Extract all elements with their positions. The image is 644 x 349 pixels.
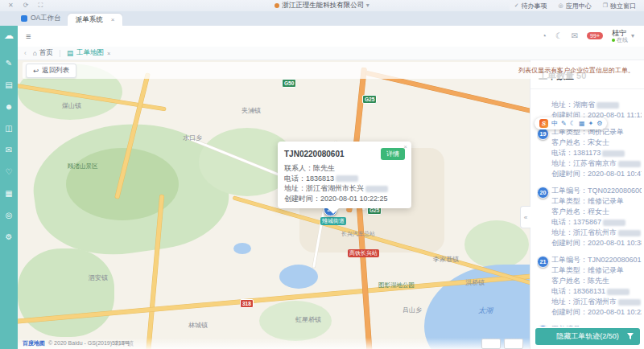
tab-dispatch-system[interactable]: 派单系统 × — [68, 14, 123, 26]
workorder-list-item[interactable]: 19工单类型：询价记录单客户姓名：宋女士电话：1381173地址：江苏省南京市创… — [537, 127, 642, 179]
popup-fields: 联系人：陈先生电话：1836813地址：浙江省湖州市长兴创建时间：2020-08… — [284, 163, 405, 203]
order-field-text: 地址：浙江省杭州市 — [551, 228, 617, 236]
order-field: 工单编号：TJN0220080601 — [551, 255, 642, 265]
workorder-list-item[interactable]: 21工单编号：TJN0220080601工单类型：维修记录单客户姓名：陈先生电话… — [537, 255, 642, 318]
order-field: 工单类型：维修记录单 — [551, 265, 642, 276]
ime-toolbar[interactable]: S 中✎☾▦✦⚙ — [535, 117, 607, 129]
map-canvas[interactable]: 煤山镇夹浦镇水口乡顾渚山景区长兴县李家巷镇洪桥镇吕山乡虹星桥镇林城镇泗安镇和平镇… — [18, 60, 530, 349]
breadcrumb-separator — [60, 50, 60, 57]
park-area — [464, 220, 529, 269]
map-label-town: 水口乡 — [183, 133, 202, 142]
hide-track-button[interactable]: 隐藏工单轨迹(2/50) — [535, 328, 640, 345]
redacted-text — [603, 220, 625, 226]
titlebar-menu-standalone-window[interactable]: ❐独立窗口 — [603, 2, 636, 10]
sidebar-nav: ☁ ✎▤☻◫✉♡▦◎⚙ — [0, 26, 18, 349]
order-field-text: 客户姓名：程女士 — [551, 207, 609, 216]
breadcrumb-tab-close-icon[interactable]: × — [107, 50, 110, 57]
tab-close-icon[interactable]: × — [111, 16, 115, 23]
park-area — [18, 248, 114, 337]
moon-icon[interactable]: ☾ — [555, 31, 563, 40]
return-to-list-button[interactable]: ↩ 返回列表 — [26, 64, 76, 78]
map-tab-icon: ▤ — [67, 49, 73, 57]
map-control-button[interactable] — [481, 339, 501, 349]
org-icon[interactable]: ◫ — [0, 117, 18, 139]
order-marker-pin: 21 — [537, 256, 549, 268]
titlebar-menu-app-center[interactable]: ◎应用中心 — [559, 2, 592, 10]
workorder-panel: 工单数量 50 地址：湖南省创建时间：2020-08-01 11:12:1819… — [530, 60, 644, 349]
workspace-switcher[interactable]: OA工作台 — [21, 14, 61, 23]
message-icon[interactable]: ✉ — [572, 31, 578, 40]
archive-icon[interactable]: ▦ — [0, 183, 18, 204]
order-field: 地址：浙江省杭州市 — [551, 228, 642, 238]
filter-funnel-icon — [626, 332, 634, 340]
edit-icon[interactable]: ✎ — [0, 52, 18, 74]
order-field-text: 电话：18368131 — [551, 287, 605, 295]
favorites-icon[interactable]: ♡ — [0, 161, 18, 183]
clock-icon[interactable]: ◔ — [542, 31, 547, 40]
popup-field-text: 联系人：陈先生 — [284, 164, 335, 172]
star-icon[interactable]: ✦ — [588, 121, 593, 127]
chinese-mode-icon[interactable]: 中 — [551, 121, 558, 127]
keyboard-icon[interactable]: ▦ — [579, 121, 585, 127]
user-menu[interactable]: 桂宁 在线 ▾ — [612, 29, 634, 43]
road-shield: 318 — [240, 299, 254, 308]
order-field-text: 创建时间：2020-08-01 10:22:25 — [551, 308, 642, 316]
titlebar-menu-label: 待办事项 — [522, 2, 547, 10]
panel-collapse-toggle[interactable]: « — [520, 206, 530, 228]
notification-badge[interactable]: 99+ — [587, 32, 603, 39]
wrench-icon[interactable]: ⚙ — [597, 121, 602, 127]
workorder-list-item[interactable]: 20工单编号：TQN0220080600工单类型：维修记录单客户姓名：程女士电话… — [537, 186, 642, 248]
customers-icon[interactable]: ☻ — [0, 96, 18, 117]
workspace-label: OA工作台 — [31, 14, 61, 23]
order-field-text: 客户姓名：宋女士 — [551, 138, 609, 146]
moon-icon[interactable]: ☾ — [570, 121, 576, 127]
map-label-town: 洪桥镇 — [465, 278, 485, 287]
redacted-text — [618, 230, 641, 236]
map-toolbar-strip: ↩ 返回列表 列表仅显示有客户企业位置信息的工单。 — [23, 62, 639, 79]
mail-icon[interactable]: ✉ — [0, 139, 18, 161]
order-field: 工单编号：TYN0220080599 — [551, 324, 642, 326]
orders-icon[interactable]: ▤ — [0, 74, 18, 96]
breadcrumb-home[interactable]: ⌂ 首页 — [33, 48, 53, 58]
map-label-water: 太湖 — [478, 306, 493, 316]
back-chevron-icon[interactable]: ‹ — [24, 49, 27, 57]
redacted-text — [618, 299, 641, 306]
order-field-text: 工单编号：TQN0220080600 — [551, 187, 642, 195]
popup-close-icon[interactable]: × — [403, 143, 407, 150]
return-to-list-label: 返回列表 — [42, 66, 69, 76]
titlebar-menu-todo[interactable]: ✓待办事项 — [514, 2, 547, 10]
company-logo-icon — [275, 3, 279, 8]
breadcrumb-home-label: 首页 — [39, 48, 53, 58]
order-field: 创建时间：2020-08-01 10:38:47 — [551, 238, 642, 248]
order-field: 电话：1375867 — [551, 217, 642, 228]
online-dot-icon — [612, 39, 615, 42]
order-field-text: 地址：江苏省南京市 — [551, 159, 617, 167]
map-label-town: 吕山乡 — [402, 306, 422, 314]
map-control-button[interactable] — [504, 339, 523, 349]
home-icon: ⌂ — [33, 49, 37, 57]
breadcrumb-tab-workorder-map[interactable]: ▤ 工单地图 × — [67, 48, 110, 58]
todo-icon: ✓ — [514, 2, 519, 9]
order-marker-pin: 20 — [537, 187, 549, 199]
workorder-list-item[interactable]: 22工单编号：TYN0220080599工单类型：安装记录单客户姓名：朱先生电话… — [537, 324, 642, 326]
popup-field: 地址：浙江省湖州市长兴 — [284, 183, 405, 194]
map-attribution: 百度地图 © 2020 Baidu - GS(2019)5218号 — [18, 338, 530, 349]
map-label-town: 夹浦镇 — [242, 106, 261, 115]
popup-field-text: 电话：1836813 — [284, 174, 334, 183]
order-field-text: 工单编号：TJN0220080601 — [551, 256, 642, 264]
redacted-text — [618, 161, 641, 167]
map-label-town: 虹星桥镇 — [295, 315, 321, 324]
pen-icon[interactable]: ✎ — [561, 121, 567, 127]
road-shield: G50 — [282, 79, 296, 88]
menu-collapse-icon[interactable]: ≡ — [26, 31, 31, 41]
order-field-text: 工单类型：维修记录单 — [551, 197, 624, 205]
order-field: 创建时间：2020-08-01 10:47:03 — [551, 169, 642, 179]
order-field-text: 地址：浙江省湖州市 — [551, 298, 617, 306]
titlebar-menu: ✓待办事项◎应用中心❐独立窗口 — [510, 2, 636, 10]
settings-icon[interactable]: ⚙ — [0, 226, 18, 248]
popup-detail-button[interactable]: 详情 — [381, 148, 405, 160]
workorder-list[interactable]: 地址：湖南省创建时间：2020-08-01 11:12:1819工单类型：询价记… — [537, 100, 642, 326]
company-caret-icon[interactable]: ▾ — [366, 2, 369, 9]
order-field-text: 地址：湖南省 — [551, 101, 595, 109]
target-icon[interactable]: ◎ — [0, 204, 18, 226]
